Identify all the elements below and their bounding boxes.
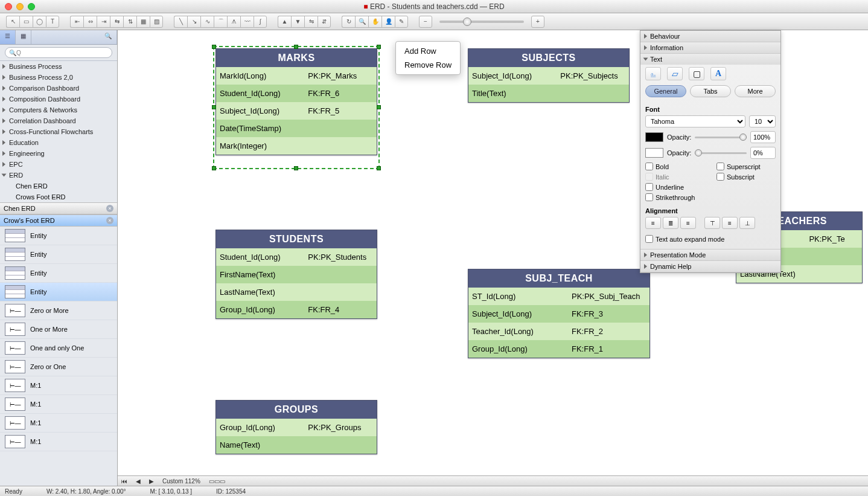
entity-row[interactable]: FirstName(Text) [216,266,377,283]
presentation-button[interactable]: 👤 [381,16,395,28]
shape-item[interactable]: ⊢—M:1 [0,395,117,414]
pointer-tool-button[interactable]: ↖ [6,16,19,28]
tree-item[interactable]: Education [0,137,117,148]
highlight-style-icon[interactable]: ▱ [667,67,683,80]
spline-tool-button[interactable]: 〰 [240,16,254,28]
tree-item[interactable]: Cross-Functional Flowcharts [0,126,117,137]
shape-item[interactable]: ⊢—Zero or One [0,358,117,376]
align-center-text-button[interactable]: ≣ [663,217,678,229]
sidebar-search-input[interactable]: 🔍 Q [5,47,112,58]
bold-checkbox[interactable] [645,163,653,170]
text-opacity-input[interactable] [750,131,776,143]
valign-bottom-button[interactable]: ⊥ [739,217,755,229]
tree-subitem[interactable]: Crows Foot ERD [16,192,117,202]
inspector-tab-general[interactable]: General [645,85,686,97]
flip-v-button[interactable]: ⇵ [318,16,331,28]
sidebar-tab-grid[interactable]: ▦ [16,30,31,44]
entity-row[interactable]: Subject_Id(Long)PK:PK_Subjects [468,67,629,85]
autoexpand-checkbox[interactable] [645,235,653,243]
connector-tool-button[interactable]: ↘ [187,16,200,28]
inspector-presentation-header[interactable]: Presentation Mode [640,250,780,260]
tree-item[interactable]: Computers & Networks [0,105,117,115]
ctx-add-row[interactable]: Add Row [396,44,460,58]
align-center-button[interactable]: ⇔ [83,16,97,28]
nav-first-button[interactable]: ⏮ [121,478,127,485]
shape-item[interactable]: ⊢—M:1 [0,376,117,395]
nav-next-button[interactable]: ▶ [149,478,154,485]
entity-row[interactable]: Group_Id(Long)PK:PK_Groups [216,419,377,436]
bg-opacity-input[interactable] [750,147,776,159]
tree-item[interactable]: ERD [0,170,117,181]
underline-style-icon[interactable]: ⎁ [645,67,661,80]
shape-item[interactable]: Entity [0,227,117,245]
tree-item[interactable]: Business Process [0,61,117,72]
nav-prev-button[interactable]: ◀ [136,478,141,485]
category-bar[interactable]: Crow's Foot ERD× [0,214,117,227]
align-left-text-button[interactable]: ≡ [645,217,661,229]
box-style-icon[interactable]: ▢ [689,67,704,80]
sidebar-tab-tree[interactable]: ☰ [0,30,16,44]
tree-item[interactable]: Engineering [0,148,117,159]
shape-item[interactable]: Entity [0,283,117,301]
rect-tool-button[interactable]: ▭ [19,16,33,28]
inspector-information-header[interactable]: Information [640,42,780,53]
entity-row[interactable]: Student_Id(Long)FK:FR_6 [216,85,377,102]
inspector-behaviour-header[interactable]: Behaviour [640,31,780,42]
polyline-tool-button[interactable]: ⩚ [227,16,240,28]
entity-row[interactable]: Date(TimeStamp) [216,120,377,137]
entity-subj-teach[interactable]: SUBJ_TEACHST_Id(Long)PK:PK_Subj_TeachSub… [468,269,650,358]
text-tool-button[interactable]: T [46,16,59,28]
valign-middle-button[interactable]: ≡ [722,217,738,229]
pan-tool-button[interactable]: ✋ [368,16,381,28]
sidebar-tab-search[interactable]: 🔍 [100,30,117,44]
shape-item[interactable]: Entity [0,245,117,264]
entity-row[interactable]: Subject_Id(Long)FK:FR_3 [468,305,649,323]
arc-tool-button[interactable]: ⌒ [214,16,227,28]
edit-tool-button[interactable]: ✎ [395,16,408,28]
shape-item[interactable]: ⊢—Zero or More [0,301,117,320]
entity-students[interactable]: STUDENTSStudent_Id(Long)PK:PK_StudentsFi… [215,230,377,319]
shape-item[interactable]: Entity [0,264,117,283]
refresh-button[interactable]: ↻ [342,16,355,28]
inspector-text-header[interactable]: Text [640,54,780,65]
superscript-checkbox[interactable] [716,163,724,170]
close-icon[interactable]: × [106,217,113,224]
entity-subjects[interactable]: SUBJECTSSubject_Id(Long)PK:PK_SubjectsTi… [468,48,630,103]
entity-row[interactable]: Name(Text) [216,436,377,454]
tree-item[interactable]: Correlation Dashboard [0,115,117,126]
entity-row[interactable]: Subject_Id(Long)FK:FR_5 [216,102,377,120]
font-family-select[interactable]: Tahoma [645,115,745,127]
tree-item[interactable]: Business Process 2,0 [0,72,117,83]
zoom-in-button[interactable]: + [531,16,544,28]
zoom-slider[interactable] [439,21,524,23]
entity-row[interactable]: Student_Id(Long)PK:PK_Students [216,248,377,266]
ungroup-button[interactable]: ▨ [150,16,163,28]
entity-row[interactable]: Group_Id(Long)FK:FR_4 [216,301,377,318]
send-back-button[interactable]: ▼ [291,16,304,28]
text-color-swatch[interactable] [645,132,663,142]
entity-row[interactable]: Title(Text) [468,85,629,102]
inspector-help-header[interactable]: Dynamic Help [640,261,780,272]
bg-color-swatch[interactable] [645,148,663,158]
bring-front-button[interactable]: ▲ [278,16,291,28]
bezier-tool-button[interactable]: ∫ [254,16,267,28]
zoom-tool-button[interactable]: 🔍 [355,16,368,28]
shape-item[interactable]: ⊢—One and only One [0,339,117,358]
entity-row[interactable]: Mark(Integer) [216,137,377,155]
zoom-readout[interactable]: Custom 112% [162,478,200,485]
underline-checkbox[interactable] [645,183,653,191]
inspector-tab-more[interactable]: More [735,85,776,97]
entity-groups[interactable]: GROUPSGroup_Id(Long)PK:PK_GroupsName(Tex… [215,400,377,454]
distribute-h-button[interactable]: ⇆ [110,16,123,28]
entity-row[interactable]: Teacher_Id(Long)FK:FR_2 [468,323,649,340]
bg-opacity-slider[interactable] [695,152,747,154]
entity-row[interactable]: Group_Id(Long)FK:FR_1 [468,340,649,358]
valign-top-button[interactable]: ⊤ [704,217,720,229]
flip-h-button[interactable]: ⇋ [304,16,318,28]
group-button[interactable]: ▦ [136,16,150,28]
tree-item[interactable]: EPC [0,159,117,170]
category-bar[interactable]: Chen ERD× [0,202,117,214]
subscript-checkbox[interactable] [716,173,724,181]
text-opacity-slider[interactable] [695,137,747,138]
tree-item[interactable]: Composition Dashboard [0,94,117,105]
